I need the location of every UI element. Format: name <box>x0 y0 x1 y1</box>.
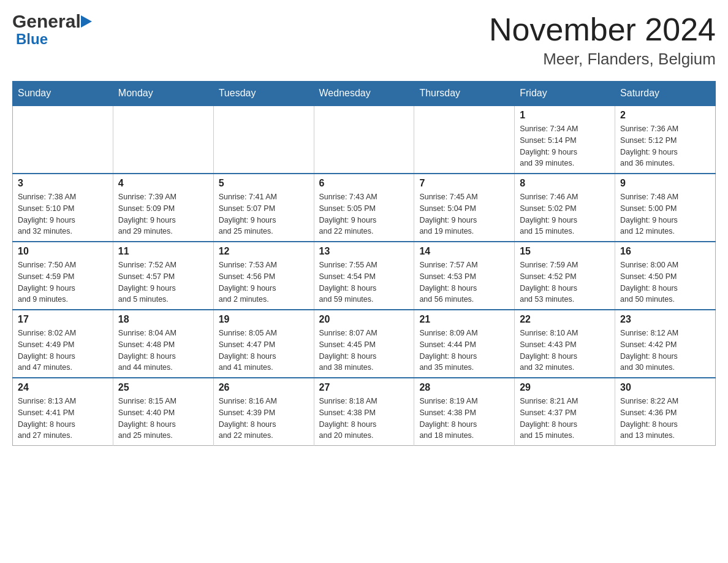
day-info: Sunrise: 8:00 AMSunset: 4:50 PMDaylight:… <box>620 259 710 305</box>
day-number: 18 <box>118 314 208 325</box>
calendar-week-row: 3Sunrise: 7:38 AMSunset: 5:10 PMDaylight… <box>13 174 716 242</box>
day-number: 7 <box>419 178 509 189</box>
calendar-day-cell: 29Sunrise: 8:21 AMSunset: 4:37 PMDayligh… <box>515 378 615 446</box>
day-number: 14 <box>419 246 509 257</box>
day-number: 26 <box>219 382 309 393</box>
calendar-day-cell: 21Sunrise: 8:09 AMSunset: 4:44 PMDayligh… <box>414 310 515 378</box>
day-info: Sunrise: 8:09 AMSunset: 4:44 PMDaylight:… <box>419 327 509 373</box>
calendar-day-cell: 25Sunrise: 8:15 AMSunset: 4:40 PMDayligh… <box>113 378 213 446</box>
day-number: 30 <box>620 382 710 393</box>
day-info: Sunrise: 8:21 AMSunset: 4:37 PMDaylight:… <box>520 396 610 442</box>
calendar-day-cell: 19Sunrise: 8:05 AMSunset: 4:47 PMDayligh… <box>213 310 314 378</box>
day-info: Sunrise: 7:55 AMSunset: 4:54 PMDaylight:… <box>319 259 409 305</box>
day-info: Sunrise: 7:57 AMSunset: 4:53 PMDaylight:… <box>419 259 509 305</box>
day-number: 29 <box>520 382 610 393</box>
calendar-week-row: 24Sunrise: 8:13 AMSunset: 4:41 PMDayligh… <box>13 378 716 446</box>
day-of-week-header: Thursday <box>414 82 515 106</box>
calendar-header: SundayMondayTuesdayWednesdayThursdayFrid… <box>13 82 716 106</box>
calendar-week-row: 17Sunrise: 8:02 AMSunset: 4:49 PMDayligh… <box>13 310 716 378</box>
calendar-day-cell <box>414 105 515 174</box>
day-number: 17 <box>18 314 108 325</box>
calendar-day-cell: 16Sunrise: 8:00 AMSunset: 4:50 PMDayligh… <box>615 242 716 310</box>
day-number: 16 <box>620 246 710 257</box>
day-info: Sunrise: 7:50 AMSunset: 4:59 PMDaylight:… <box>18 259 108 305</box>
calendar-day-cell: 22Sunrise: 8:10 AMSunset: 4:43 PMDayligh… <box>515 310 615 378</box>
calendar-day-cell: 8Sunrise: 7:46 AMSunset: 5:02 PMDaylight… <box>515 174 615 242</box>
month-title: November 2024 <box>489 12 716 47</box>
day-of-week-header: Saturday <box>615 82 716 106</box>
calendar-day-cell: 18Sunrise: 8:04 AMSunset: 4:48 PMDayligh… <box>113 310 213 378</box>
calendar-day-cell: 12Sunrise: 7:53 AMSunset: 4:56 PMDayligh… <box>213 242 314 310</box>
calendar-day-cell: 13Sunrise: 7:55 AMSunset: 4:54 PMDayligh… <box>314 242 414 310</box>
calendar-day-cell <box>13 105 113 174</box>
day-info: Sunrise: 7:41 AMSunset: 5:07 PMDaylight:… <box>219 191 309 237</box>
calendar-day-cell: 10Sunrise: 7:50 AMSunset: 4:59 PMDayligh… <box>13 242 113 310</box>
calendar-day-cell: 20Sunrise: 8:07 AMSunset: 4:45 PMDayligh… <box>314 310 414 378</box>
calendar-day-cell: 17Sunrise: 8:02 AMSunset: 4:49 PMDayligh… <box>13 310 113 378</box>
day-info: Sunrise: 8:16 AMSunset: 4:39 PMDaylight:… <box>219 396 309 442</box>
day-of-week-header: Tuesday <box>213 82 314 106</box>
day-info: Sunrise: 7:38 AMSunset: 5:10 PMDaylight:… <box>18 191 108 237</box>
calendar-day-cell: 24Sunrise: 8:13 AMSunset: 4:41 PMDayligh… <box>13 378 113 446</box>
day-number: 20 <box>319 314 409 325</box>
calendar-day-cell: 28Sunrise: 8:19 AMSunset: 4:38 PMDayligh… <box>414 378 515 446</box>
calendar-day-cell: 1Sunrise: 7:34 AMSunset: 5:14 PMDaylight… <box>515 105 615 174</box>
day-number: 24 <box>18 382 108 393</box>
day-info: Sunrise: 7:52 AMSunset: 4:57 PMDaylight:… <box>118 259 208 305</box>
day-info: Sunrise: 7:48 AMSunset: 5:00 PMDaylight:… <box>620 191 710 237</box>
logo-triangle-icon <box>81 15 92 28</box>
day-number: 1 <box>520 110 610 121</box>
calendar-body: 1Sunrise: 7:34 AMSunset: 5:14 PMDaylight… <box>13 105 716 446</box>
day-info: Sunrise: 7:34 AMSunset: 5:14 PMDaylight:… <box>520 123 610 169</box>
location-title: Meer, Flanders, Belgium <box>489 50 716 69</box>
day-info: Sunrise: 8:07 AMSunset: 4:45 PMDaylight:… <box>319 327 409 373</box>
calendar-day-cell <box>314 105 414 174</box>
calendar-day-cell: 26Sunrise: 8:16 AMSunset: 4:39 PMDayligh… <box>213 378 314 446</box>
day-info: Sunrise: 8:04 AMSunset: 4:48 PMDaylight:… <box>118 327 208 373</box>
day-info: Sunrise: 8:15 AMSunset: 4:40 PMDaylight:… <box>118 396 208 442</box>
day-info: Sunrise: 7:45 AMSunset: 5:04 PMDaylight:… <box>419 191 509 237</box>
day-number: 8 <box>520 178 610 189</box>
day-number: 4 <box>118 178 208 189</box>
day-info: Sunrise: 8:13 AMSunset: 4:41 PMDaylight:… <box>18 396 108 442</box>
day-info: Sunrise: 8:22 AMSunset: 4:36 PMDaylight:… <box>620 396 710 442</box>
day-number: 15 <box>520 246 610 257</box>
day-number: 6 <box>319 178 409 189</box>
calendar-week-row: 1Sunrise: 7:34 AMSunset: 5:14 PMDaylight… <box>13 105 716 174</box>
day-number: 10 <box>18 246 108 257</box>
day-info: Sunrise: 7:36 AMSunset: 5:12 PMDaylight:… <box>620 123 710 169</box>
header: General Blue November 2024 Meer, Flander… <box>12 12 716 69</box>
day-number: 12 <box>219 246 309 257</box>
calendar-day-cell: 11Sunrise: 7:52 AMSunset: 4:57 PMDayligh… <box>113 242 213 310</box>
title-section: November 2024 Meer, Flanders, Belgium <box>489 12 716 69</box>
calendar-day-cell: 5Sunrise: 7:41 AMSunset: 5:07 PMDaylight… <box>213 174 314 242</box>
calendar-day-cell: 30Sunrise: 8:22 AMSunset: 4:36 PMDayligh… <box>615 378 716 446</box>
calendar-table: SundayMondayTuesdayWednesdayThursdayFrid… <box>12 81 716 446</box>
day-number: 19 <box>219 314 309 325</box>
day-of-week-header: Monday <box>113 82 213 106</box>
calendar-day-cell: 14Sunrise: 7:57 AMSunset: 4:53 PMDayligh… <box>414 242 515 310</box>
logo-blue-text: Blue <box>16 31 92 48</box>
day-info: Sunrise: 8:10 AMSunset: 4:43 PMDaylight:… <box>520 327 610 373</box>
day-number: 23 <box>620 314 710 325</box>
day-number: 5 <box>219 178 309 189</box>
day-number: 3 <box>18 178 108 189</box>
calendar-day-cell: 15Sunrise: 7:59 AMSunset: 4:52 PMDayligh… <box>515 242 615 310</box>
day-info: Sunrise: 7:46 AMSunset: 5:02 PMDaylight:… <box>520 191 610 237</box>
day-of-week-header: Sunday <box>13 82 113 106</box>
day-of-week-header: Wednesday <box>314 82 414 106</box>
day-number: 25 <box>118 382 208 393</box>
calendar-day-cell: 4Sunrise: 7:39 AMSunset: 5:09 PMDaylight… <box>113 174 213 242</box>
calendar-week-row: 10Sunrise: 7:50 AMSunset: 4:59 PMDayligh… <box>13 242 716 310</box>
calendar-day-cell: 9Sunrise: 7:48 AMSunset: 5:00 PMDaylight… <box>615 174 716 242</box>
calendar-day-cell: 3Sunrise: 7:38 AMSunset: 5:10 PMDaylight… <box>13 174 113 242</box>
calendar-day-cell: 23Sunrise: 8:12 AMSunset: 4:42 PMDayligh… <box>615 310 716 378</box>
day-number: 11 <box>118 246 208 257</box>
logo-general-text: General <box>12 12 81 31</box>
day-info: Sunrise: 8:18 AMSunset: 4:38 PMDaylight:… <box>319 396 409 442</box>
day-number: 9 <box>620 178 710 189</box>
day-number: 22 <box>520 314 610 325</box>
day-info: Sunrise: 7:59 AMSunset: 4:52 PMDaylight:… <box>520 259 610 305</box>
day-info: Sunrise: 8:02 AMSunset: 4:49 PMDaylight:… <box>18 327 108 373</box>
day-info: Sunrise: 8:19 AMSunset: 4:38 PMDaylight:… <box>419 396 509 442</box>
